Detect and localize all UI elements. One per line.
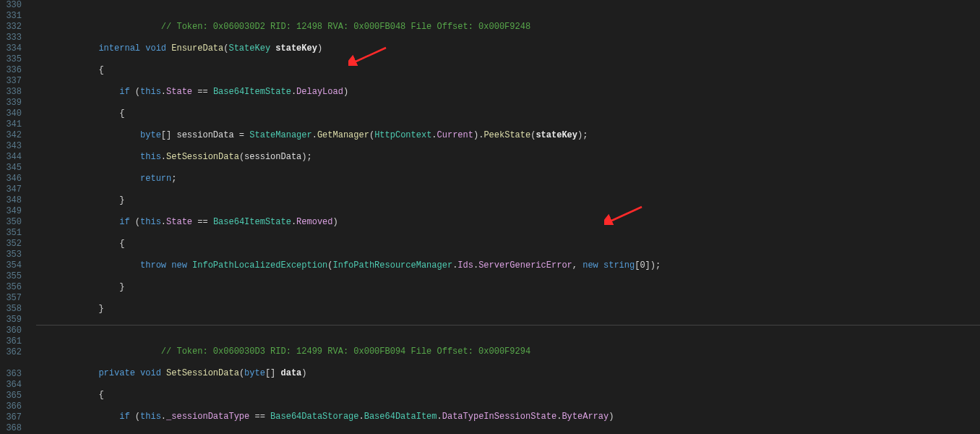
kw-return: return xyxy=(140,174,171,184)
code-line[interactable]: { xyxy=(36,65,980,76)
prop: DataTypeInSessionState xyxy=(442,412,556,422)
line-number: 361 xyxy=(4,336,22,347)
line-number: 366 xyxy=(4,401,22,412)
brace: } xyxy=(36,195,124,205)
kw-this: this xyxy=(140,87,161,97)
line-number: 358 xyxy=(4,304,22,315)
line-number: 356 xyxy=(4,282,22,293)
code-line[interactable]: internal void EnsureData(StateKey stateK… xyxy=(36,43,980,54)
type: InfoPathResourceManager xyxy=(333,260,453,271)
prop: ServerGenericError xyxy=(478,260,572,271)
type: StateKey xyxy=(228,43,270,54)
line-number: 345 xyxy=(4,163,22,174)
enum-member: ByteArray xyxy=(562,412,609,422)
line-number: 353 xyxy=(4,250,22,260)
line-number: 337 xyxy=(4,76,22,87)
method: GetManager xyxy=(317,130,369,140)
kw-throw: throw xyxy=(140,260,166,271)
type: Base64ItemState xyxy=(213,217,291,227)
kw-new: new xyxy=(583,260,598,271)
brace: { xyxy=(36,390,104,400)
line-number: 330 xyxy=(4,0,22,11)
line-number: 332 xyxy=(4,22,22,33)
kw-void: void xyxy=(145,43,166,54)
kw-internal: internal xyxy=(98,43,140,54)
brace: { xyxy=(36,109,124,119)
code-line[interactable]: if (this.State == Base64ItemState.DelayL… xyxy=(36,87,980,98)
line-number: 339 xyxy=(4,98,22,109)
line-number: 364 xyxy=(4,380,22,391)
method: SetSessionData xyxy=(166,152,239,162)
kw-this: this xyxy=(140,152,161,162)
line-number: 348 xyxy=(4,195,22,206)
prop: State xyxy=(166,217,192,227)
type: Base64DataItem xyxy=(364,412,437,422)
method-name: SetSessionData xyxy=(166,368,239,378)
code-line[interactable]: throw new InfoPathLocalizedException(Inf… xyxy=(36,260,980,271)
arg: stateKey xyxy=(536,130,577,140)
code-area[interactable]: // Token: 0x060030D2 RID: 12498 RVA: 0x0… xyxy=(30,0,980,434)
type: StateManager xyxy=(249,130,311,140)
line-number: 355 xyxy=(4,271,22,282)
line-number: 343 xyxy=(4,141,22,152)
code-line[interactable]: return; xyxy=(36,174,980,184)
code-line[interactable]: this.SetSessionData(sessionData); xyxy=(36,152,980,163)
type: HttpContext xyxy=(374,130,431,140)
code-line[interactable]: byte[] sessionData = StateManager.GetMan… xyxy=(36,130,980,141)
brace: } xyxy=(36,282,124,292)
line-number: 334 xyxy=(4,43,22,54)
line-number: 365 xyxy=(4,391,22,401)
comment: // Token: 0x060030D3 RID: 12499 RVA: 0x0… xyxy=(98,346,530,357)
line-number: 350 xyxy=(4,217,22,228)
line-number: 347 xyxy=(4,184,22,195)
method-name: EnsureData xyxy=(171,43,223,54)
code-line[interactable]: if (this._sessionDataType == Base64DataS… xyxy=(36,412,980,422)
kw-new: new xyxy=(171,260,187,271)
line-number-gutter: 3303313323333343353363373383393403413423… xyxy=(0,0,30,434)
line-number: 367 xyxy=(4,412,22,423)
code-line[interactable] xyxy=(36,325,980,336)
line-number: 336 xyxy=(4,65,22,76)
line-number: 335 xyxy=(4,54,22,65)
kw-string: string xyxy=(603,260,635,271)
code-line[interactable]: if (this.State == Base64ItemState.Remove… xyxy=(36,217,980,228)
annotation-arrow-icon xyxy=(348,24,388,88)
param: data xyxy=(281,368,302,378)
enum-member: Removed xyxy=(296,217,332,227)
code-line[interactable]: private void SetSessionData(byte[] data) xyxy=(36,368,980,379)
annotation-arrow-icon xyxy=(604,183,644,247)
brace: { xyxy=(36,239,124,249)
kw-if: if xyxy=(119,412,129,422)
type: InfoPathLocalizedException xyxy=(192,260,327,271)
comment: // Token: 0x060030D2 RID: 12498 RVA: 0x0… xyxy=(98,22,530,32)
code-line[interactable]: } xyxy=(36,195,980,206)
method: PeekState xyxy=(483,130,530,140)
kw-byte: byte xyxy=(244,368,265,378)
line-number: 351 xyxy=(4,228,22,239)
line-number: 341 xyxy=(4,119,22,130)
line-number: 344 xyxy=(4,152,22,163)
prop: Ids xyxy=(457,260,473,271)
code-line[interactable]: // Token: 0x060030D3 RID: 12499 RVA: 0x0… xyxy=(36,346,980,357)
code-line[interactable]: } xyxy=(36,304,980,315)
line-number: 338 xyxy=(4,87,22,98)
line-number: 359 xyxy=(4,315,22,326)
brace: { xyxy=(36,65,104,75)
code-line[interactable]: } xyxy=(36,282,980,293)
type: Base64ItemState xyxy=(213,87,291,97)
line-number: 363 xyxy=(4,369,22,380)
code-line[interactable]: { xyxy=(36,109,980,119)
code-line[interactable]: { xyxy=(36,390,980,401)
kw-if: if xyxy=(119,217,129,227)
line-number: 354 xyxy=(4,260,22,271)
code-line[interactable]: // Token: 0x060030D2 RID: 12498 RVA: 0x0… xyxy=(36,22,980,33)
prop: Current xyxy=(437,130,473,140)
line-number: 368 xyxy=(4,423,22,434)
kw-if: if xyxy=(119,87,129,97)
line-number: 352 xyxy=(4,239,22,250)
code-editor: 3303313323333343353363373383393403413423… xyxy=(0,0,980,434)
line-number: 346 xyxy=(4,174,22,184)
code-line[interactable]: { xyxy=(36,239,980,250)
kw-this: this xyxy=(140,217,161,227)
kw-byte: byte xyxy=(140,130,161,140)
